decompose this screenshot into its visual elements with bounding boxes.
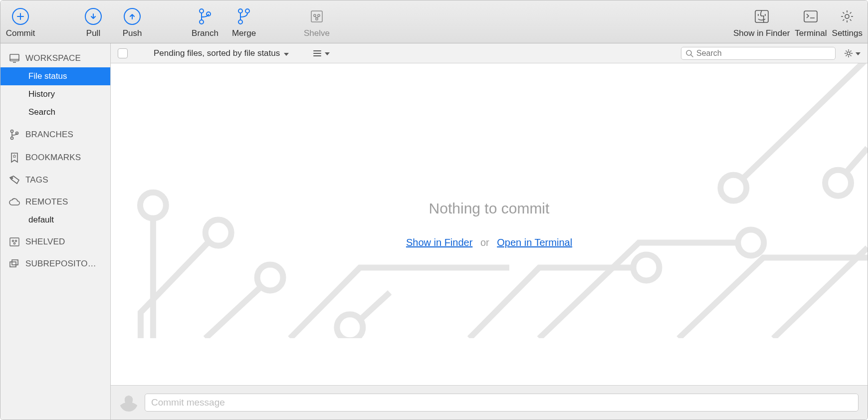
show-in-finder-link[interactable]: Show in Finder [406, 237, 472, 248]
sidebar-item-label: History [28, 89, 55, 99]
sidebar: WORKSPACE File status History Search BRA… [0, 43, 111, 420]
branch-button[interactable]: Branch [190, 6, 220, 38]
sidebar-item-search[interactable]: Search [0, 103, 110, 121]
cloud-icon [8, 198, 20, 207]
sidebar-item-history[interactable]: History [0, 85, 110, 103]
arrow-down-icon [85, 8, 102, 25]
shelve-icon [309, 6, 324, 26]
tag-icon [8, 175, 20, 185]
plus-icon [12, 8, 29, 25]
merge-icon [236, 6, 251, 26]
view-mode-dropdown[interactable] [313, 49, 330, 57]
terminal-label: Terminal [795, 28, 827, 38]
svg-rect-23 [12, 260, 18, 265]
chevron-down-icon [324, 49, 330, 57]
arrow-up-icon [124, 8, 141, 25]
svg-point-3 [238, 9, 242, 13]
branch-icon [8, 129, 20, 140]
list-icon [313, 49, 322, 57]
svg-point-0 [200, 9, 204, 13]
gear-icon [844, 48, 854, 58]
sidebar-section-branches[interactable]: BRANCHES [0, 124, 110, 144]
chevron-down-icon [855, 49, 861, 57]
svg-point-4 [238, 20, 242, 24]
pull-button[interactable]: Pull [78, 6, 108, 38]
sidebar-section-label: BOOKMARKS [25, 153, 81, 163]
svg-point-12 [845, 14, 849, 18]
svg-point-21 [13, 242, 15, 244]
svg-rect-10 [755, 10, 768, 22]
bookmark-icon [8, 152, 20, 163]
show-in-finder-button[interactable]: Show in Finder [733, 6, 790, 38]
push-button[interactable]: Push [117, 6, 147, 38]
file-status-canvas: Nothing to commit Show in Finder or Open… [111, 63, 868, 385]
options-gear-dropdown[interactable] [844, 48, 861, 58]
shelve-label: Shelve [304, 28, 330, 38]
svg-point-28 [257, 264, 283, 290]
svg-rect-18 [10, 238, 19, 246]
pull-label: Pull [86, 28, 100, 38]
show-in-finder-label: Show in Finder [733, 28, 790, 38]
monitor-icon [8, 53, 20, 63]
sidebar-section-workspace[interactable]: WORKSPACE [0, 48, 110, 67]
svg-point-14 [11, 130, 13, 133]
terminal-button[interactable]: Terminal [795, 6, 827, 38]
search-box[interactable] [681, 47, 836, 60]
sidebar-section-shelved[interactable]: SHELVED [0, 232, 110, 251]
svg-point-8 [318, 14, 320, 16]
sidebar-section-bookmarks[interactable]: BOOKMARKS [0, 147, 110, 167]
sidebar-section-label: REMOTES [25, 197, 68, 207]
svg-point-30 [634, 254, 659, 280]
svg-point-17 [11, 178, 13, 179]
commit-message-input[interactable] [145, 394, 859, 412]
commit-button[interactable]: Commit [5, 6, 35, 38]
shelve-button[interactable]: Shelve [302, 6, 332, 38]
svg-point-20 [15, 240, 16, 241]
sidebar-section-label: SUBREPOSITO… [25, 259, 96, 269]
svg-point-27 [206, 220, 231, 246]
sidebar-item-label: File status [28, 71, 67, 81]
svg-point-15 [11, 137, 13, 140]
terminal-icon [803, 6, 819, 26]
svg-point-19 [12, 240, 13, 241]
sidebar-item-label: default [28, 215, 54, 225]
merge-button[interactable]: Merge [229, 6, 259, 38]
svg-point-7 [314, 14, 316, 16]
svg-rect-11 [804, 11, 817, 22]
commit-label: Commit [6, 28, 35, 38]
empty-state-heading: Nothing to commit [406, 200, 572, 217]
pending-filter-dropdown[interactable]: Pending files, sorted by file status [154, 48, 289, 58]
sidebar-section-label: BRANCHES [25, 130, 73, 140]
branch-label: Branch [192, 28, 218, 38]
filter-bar: Pending files, sorted by file status [111, 43, 868, 63]
sidebar-item-remote-default[interactable]: default [0, 211, 110, 229]
select-all-checkbox[interactable] [118, 48, 128, 58]
or-text: or [480, 237, 489, 248]
open-in-terminal-link[interactable]: Open in Terminal [497, 237, 572, 248]
sidebar-section-subrepos[interactable]: SUBREPOSITO… [0, 254, 110, 273]
svg-point-25 [847, 52, 850, 55]
chevron-down-icon [283, 48, 289, 58]
sidebar-item-file-status[interactable]: File status [0, 67, 110, 85]
branch-icon [198, 6, 213, 26]
sidebar-section-label: SHELVED [25, 237, 65, 247]
avatar [120, 394, 138, 412]
gear-icon [840, 6, 855, 26]
settings-label: Settings [832, 28, 863, 38]
shelved-icon [8, 237, 20, 247]
sidebar-section-label: WORKSPACE [25, 53, 81, 63]
finder-icon [754, 6, 770, 26]
svg-point-32 [720, 175, 746, 201]
svg-point-5 [245, 9, 249, 13]
svg-rect-13 [10, 54, 19, 61]
sidebar-section-remotes[interactable]: REMOTES [0, 192, 110, 211]
pending-filter-label: Pending files, sorted by file status [154, 48, 280, 58]
svg-point-31 [738, 230, 764, 256]
svg-rect-22 [10, 262, 16, 267]
search-icon [685, 49, 693, 57]
sidebar-section-tags[interactable]: TAGS [0, 170, 110, 189]
search-input[interactable] [696, 49, 831, 58]
stack-icon [8, 259, 20, 269]
sidebar-section-label: TAGS [25, 175, 48, 185]
settings-button[interactable]: Settings [832, 6, 863, 38]
